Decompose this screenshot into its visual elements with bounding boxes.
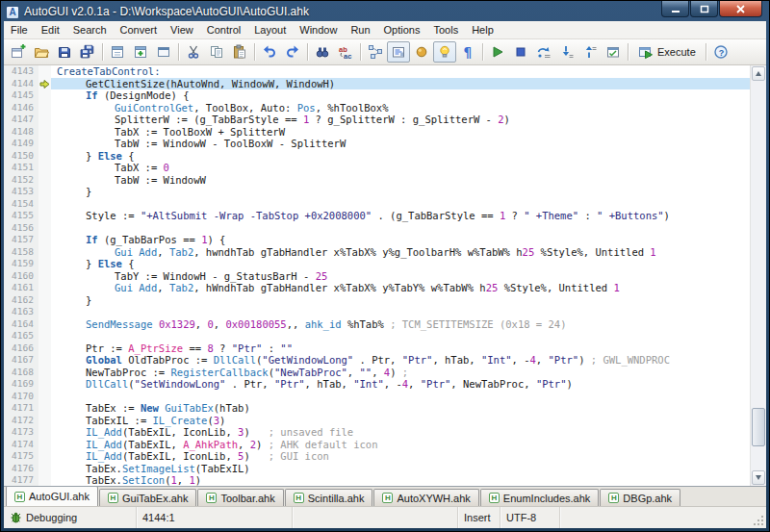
scrollbar-thumb[interactable] — [752, 408, 765, 446]
doc-tab-enumincludes-ahk[interactable]: HEnumIncludes.ahk — [480, 489, 600, 506]
doc-tab-dbgp-ahk[interactable]: HDBGp.ahk — [600, 489, 680, 506]
code-line[interactable]: 4175IL_Add(TabExIL, IconLib, 5) ; GUI ic… — [4, 450, 750, 463]
code-line[interactable]: 4158Gui Add, Tab2, hwndhTab gTabHandler … — [4, 246, 750, 259]
run-icon[interactable] — [486, 41, 509, 63]
menu-item-run[interactable]: Run — [344, 21, 376, 39]
stop-icon[interactable] — [509, 41, 532, 63]
code-line[interactable]: 4169DllCall("SetWindowLong" . Ptr, "Ptr"… — [4, 378, 750, 391]
code-line[interactable]: 4151TabX := 0 — [4, 162, 750, 174]
app-icon[interactable]: A — [6, 6, 19, 19]
format-code-icon[interactable] — [364, 41, 387, 63]
menu-item-convert[interactable]: Convert — [114, 21, 165, 39]
code-line[interactable]: 4146GuiControlGet, ToolBox, Auto: Pos, %… — [4, 102, 750, 114]
step-out-icon[interactable] — [578, 41, 602, 63]
code-line[interactable]: 4155Style := "+AltSubmit -Wrap -TabStop … — [4, 210, 750, 222]
code-line[interactable]: 4174IL_Add(TabExIL, A_AhkPath, 2) ; AHK … — [4, 439, 750, 451]
menu-item-help[interactable]: Help — [465, 21, 500, 39]
redo-icon[interactable] — [281, 41, 304, 63]
menu-item-control[interactable]: Control — [200, 21, 247, 39]
code-line[interactable]: 4173IL_Add(TabExIL, IconLib, 3) ; unsave… — [4, 426, 750, 439]
code-line[interactable]: 4152TabW := WindowW — [4, 174, 750, 187]
code-line[interactable]: 4170 — [4, 391, 750, 403]
step-over-icon[interactable] — [532, 41, 555, 63]
code-line[interactable]: 4165 — [4, 330, 750, 342]
debug-window-icon[interactable] — [602, 41, 625, 63]
code-line[interactable]: 4150} Else { — [4, 150, 750, 163]
code-line[interactable]: 4147SplitterW := (g_TabBarStyle == 1 ? g… — [4, 114, 750, 126]
cut-icon[interactable] — [182, 41, 205, 63]
copy-icon[interactable] — [205, 41, 228, 63]
code-line[interactable]: 4176TabEx.SetImageList(TabExIL) — [4, 463, 750, 475]
code-line[interactable]: 4157If (g_TabBarPos == 1) { — [4, 234, 750, 246]
output-panel-icon[interactable] — [387, 41, 410, 63]
code-line[interactable]: 4156 — [4, 222, 750, 235]
step-into-icon[interactable] — [555, 41, 578, 63]
code-line[interactable]: 4160TabY := WindowH - g_StatusBarH - 25 — [4, 270, 750, 283]
code-line[interactable]: 4154 — [4, 198, 750, 211]
save-all-icon[interactable] — [76, 41, 99, 63]
marker-margin — [38, 89, 51, 102]
show-symbols-icon[interactable]: ¶ — [456, 41, 479, 63]
code-line[interactable]: 4177TabEx.SetIcon(1, 1) — [4, 474, 750, 486]
doc-tab-guitabex-ahk[interactable]: HGuiTabEx.ahk — [99, 489, 196, 506]
add-window-icon[interactable] — [129, 41, 152, 63]
code-area[interactable]: 4143CreateTabControl:4144GetClientSize(h… — [4, 65, 750, 486]
doc-tab-scintilla-ahk[interactable]: HScintilla.ahk — [285, 489, 373, 506]
ahk-file-icon: H — [206, 493, 217, 503]
code-line[interactable]: 4143CreateTabControl: — [4, 65, 750, 78]
line-number: 4143 — [4, 65, 38, 78]
scroll-up-icon[interactable] — [752, 66, 765, 81]
tips-lightbulb-icon[interactable] — [433, 41, 456, 63]
scroll-down-icon[interactable] — [752, 470, 765, 485]
window-designer-icon[interactable] — [106, 41, 129, 63]
code-line[interactable]: 4149TabW := WindowW - ToolBoxW - Splitte… — [4, 138, 750, 150]
title-bar[interactable]: A AutoGUI v2.0.1a - D:\Workspace\AutoGUI… — [4, 1, 766, 21]
menu-item-view[interactable]: View — [164, 21, 200, 39]
menu-item-layout[interactable]: Layout — [247, 21, 293, 39]
code-line[interactable]: 4145If (DesignMode) { — [4, 89, 750, 102]
code-line[interactable]: 4164SendMessage 0x1329, 0, 0x00180055,, … — [4, 318, 750, 331]
execute-button[interactable]: Execute — [631, 41, 703, 63]
code-line[interactable]: 4168NewTabProc := RegisterCallback("NewT… — [4, 367, 750, 379]
code-line[interactable]: 4171TabEx := New GuiTabEx(hTab) — [4, 402, 750, 415]
code-editor[interactable]: 4143CreateTabControl:4144GetClientSize(h… — [4, 65, 766, 487]
undo-icon[interactable] — [258, 41, 281, 63]
menu-item-tools[interactable]: Tools — [426, 21, 465, 39]
variables-icon[interactable] — [410, 41, 433, 63]
minimize-button[interactable] — [661, 1, 689, 17]
new-gui-icon[interactable] — [7, 41, 30, 63]
code-line[interactable]: 4161Gui Add, Tab2, hWndhTab gTabHandler … — [4, 282, 750, 294]
menu-item-options[interactable]: Options — [377, 21, 427, 39]
open-icon[interactable] — [30, 41, 53, 63]
menu-item-search[interactable]: Search — [66, 21, 114, 39]
doc-tab-autogui-ahk[interactable]: HAutoGUI.ahk — [6, 486, 98, 506]
code-line[interactable]: 4167Global OldTabProc := DllCall("GetWin… — [4, 354, 750, 367]
line-number: 4177 — [4, 474, 38, 486]
close-button[interactable] — [719, 1, 762, 17]
replace-icon[interactable]: abac — [334, 41, 357, 63]
code-line[interactable]: 4162} — [4, 294, 750, 307]
code-line[interactable]: 4159} Else { — [4, 258, 750, 270]
code-line[interactable]: 4148TabX := ToolBoxW + SplitterW — [4, 126, 750, 139]
code-line[interactable]: 4172TabExIL := IL_Create(3) — [4, 415, 750, 427]
paste-icon[interactable] — [228, 41, 251, 63]
window-preview-icon[interactable] — [152, 41, 175, 63]
menu-item-window[interactable]: Window — [293, 21, 344, 39]
menu-item-edit[interactable]: Edit — [35, 21, 66, 39]
code-line[interactable]: 4163 — [4, 306, 750, 318]
code-text: TabX := 0 — [51, 162, 750, 174]
maximize-button[interactable] — [690, 1, 718, 17]
doc-tab-autoxywh-ahk[interactable]: HAutoXYWH.ahk — [373, 489, 478, 506]
code-line[interactable]: 4144GetClientSize(hAutoWnd, WindowW, Win… — [4, 78, 750, 90]
code-line[interactable]: 4153} — [4, 186, 750, 198]
help-icon[interactable]: ? — [709, 41, 732, 63]
marker-margin — [38, 306, 51, 318]
menu-item-file[interactable]: File — [4, 21, 35, 39]
find-icon[interactable] — [311, 41, 334, 63]
doc-tab-toolbar-ahk[interactable]: HToolbar.ahk — [197, 489, 283, 506]
resize-grip[interactable] — [751, 507, 766, 528]
vertical-scrollbar[interactable] — [750, 65, 766, 486]
code-line[interactable]: 4166Ptr := A_PtrSize == 8 ? "Ptr" : "" — [4, 342, 750, 355]
line-number: 4151 — [4, 162, 38, 174]
save-icon[interactable] — [53, 41, 76, 63]
